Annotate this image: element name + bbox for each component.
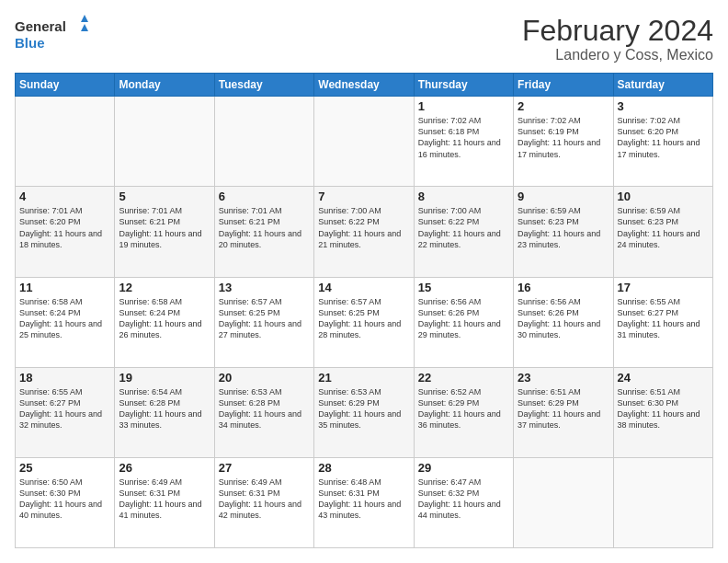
day-info: Sunrise: 6:51 AM Sunset: 6:30 PM Dayligh…: [618, 386, 709, 431]
day-number: 17: [618, 281, 709, 294]
header-wednesday: Wednesday: [314, 74, 414, 97]
calendar-cell: 23Sunrise: 6:51 AM Sunset: 6:29 PM Dayli…: [514, 367, 613, 457]
calendar-header: SundayMondayTuesdayWednesdayThursdayFrid…: [16, 74, 713, 97]
header-monday: Monday: [115, 74, 214, 97]
day-number: 4: [19, 190, 110, 203]
day-number: 7: [318, 190, 409, 203]
calendar-cell: 9Sunrise: 6:59 AM Sunset: 6:23 PM Daylig…: [514, 187, 613, 277]
day-info: Sunrise: 6:47 AM Sunset: 6:32 PM Dayligh…: [418, 477, 509, 522]
calendar-cell: 19Sunrise: 6:54 AM Sunset: 6:28 PM Dayli…: [115, 367, 214, 457]
calendar-cell: 8Sunrise: 7:00 AM Sunset: 6:22 PM Daylig…: [414, 187, 513, 277]
calendar-cell: [314, 97, 414, 187]
header-row: SundayMondayTuesdayWednesdayThursdayFrid…: [16, 74, 713, 97]
calendar-cell: 2Sunrise: 7:02 AM Sunset: 6:19 PM Daylig…: [514, 97, 613, 187]
day-number: 15: [418, 281, 509, 294]
svg-marker-3: [81, 24, 88, 31]
calendar-cell: 29Sunrise: 6:47 AM Sunset: 6:32 PM Dayli…: [414, 457, 513, 547]
calendar-cell: [514, 457, 613, 547]
day-number: 18: [19, 371, 110, 385]
month-year-title: February 2024: [522, 15, 713, 47]
calendar-cell: 14Sunrise: 6:57 AM Sunset: 6:25 PM Dayli…: [314, 277, 414, 367]
day-info: Sunrise: 6:50 AM Sunset: 6:30 PM Dayligh…: [19, 477, 110, 522]
day-number: 25: [19, 461, 110, 475]
day-number: 28: [318, 461, 409, 475]
day-info: Sunrise: 7:00 AM Sunset: 6:22 PM Dayligh…: [418, 205, 509, 250]
calendar-cell: [16, 97, 115, 187]
calendar-cell: 26Sunrise: 6:49 AM Sunset: 6:31 PM Dayli…: [115, 457, 214, 547]
day-number: 6: [219, 190, 310, 203]
day-number: 13: [219, 281, 310, 294]
day-number: 14: [318, 281, 409, 294]
day-info: Sunrise: 6:54 AM Sunset: 6:28 PM Dayligh…: [119, 386, 210, 431]
day-info: Sunrise: 6:52 AM Sunset: 6:29 PM Dayligh…: [418, 386, 509, 431]
calendar-cell: 4Sunrise: 7:01 AM Sunset: 6:20 PM Daylig…: [16, 187, 115, 277]
day-info: Sunrise: 6:59 AM Sunset: 6:23 PM Dayligh…: [518, 205, 609, 250]
calendar-cell: 12Sunrise: 6:58 AM Sunset: 6:24 PM Dayli…: [115, 277, 214, 367]
svg-text:General: General: [15, 18, 66, 34]
day-number: 23: [518, 371, 609, 385]
week-row-3: 11Sunrise: 6:58 AM Sunset: 6:24 PM Dayli…: [16, 277, 713, 367]
calendar-cell: 10Sunrise: 6:59 AM Sunset: 6:23 PM Dayli…: [613, 187, 712, 277]
day-number: 3: [618, 99, 709, 113]
day-number: 12: [119, 281, 210, 294]
calendar-cell: 17Sunrise: 6:55 AM Sunset: 6:27 PM Dayli…: [613, 277, 712, 367]
header: General Blue February 2024 Landero y Cos…: [15, 15, 713, 63]
day-number: 8: [418, 190, 509, 203]
calendar-cell: 1Sunrise: 7:02 AM Sunset: 6:18 PM Daylig…: [414, 97, 513, 187]
day-info: Sunrise: 7:02 AM Sunset: 6:19 PM Dayligh…: [518, 115, 609, 160]
calendar-cell: 18Sunrise: 6:55 AM Sunset: 6:27 PM Dayli…: [16, 367, 115, 457]
day-info: Sunrise: 6:58 AM Sunset: 6:24 PM Dayligh…: [19, 296, 110, 341]
day-number: 24: [618, 371, 709, 385]
day-info: Sunrise: 6:55 AM Sunset: 6:27 PM Dayligh…: [19, 386, 110, 431]
calendar-cell: 13Sunrise: 6:57 AM Sunset: 6:25 PM Dayli…: [214, 277, 313, 367]
calendar-cell: 25Sunrise: 6:50 AM Sunset: 6:30 PM Dayli…: [16, 457, 115, 547]
day-number: 19: [119, 371, 210, 385]
week-row-5: 25Sunrise: 6:50 AM Sunset: 6:30 PM Dayli…: [16, 457, 713, 547]
day-number: 5: [119, 190, 210, 203]
header-sunday: Sunday: [16, 74, 115, 97]
calendar-cell: [115, 97, 214, 187]
day-info: Sunrise: 6:56 AM Sunset: 6:26 PM Dayligh…: [418, 296, 509, 341]
day-info: Sunrise: 6:48 AM Sunset: 6:31 PM Dayligh…: [318, 477, 409, 522]
header-saturday: Saturday: [613, 74, 712, 97]
calendar-cell: 15Sunrise: 6:56 AM Sunset: 6:26 PM Dayli…: [414, 277, 513, 367]
day-info: Sunrise: 7:02 AM Sunset: 6:20 PM Dayligh…: [618, 115, 709, 160]
day-info: Sunrise: 6:51 AM Sunset: 6:29 PM Dayligh…: [518, 386, 609, 431]
day-number: 22: [418, 371, 509, 385]
calendar-cell: 6Sunrise: 7:01 AM Sunset: 6:21 PM Daylig…: [214, 187, 313, 277]
logo-svg: General Blue: [15, 15, 88, 53]
day-number: 9: [518, 190, 609, 203]
day-info: Sunrise: 7:01 AM Sunset: 6:20 PM Dayligh…: [19, 205, 110, 250]
calendar-cell: 28Sunrise: 6:48 AM Sunset: 6:31 PM Dayli…: [314, 457, 414, 547]
day-info: Sunrise: 6:57 AM Sunset: 6:25 PM Dayligh…: [219, 296, 310, 341]
calendar-cell: 21Sunrise: 6:53 AM Sunset: 6:29 PM Dayli…: [314, 367, 414, 457]
page: General Blue February 2024 Landero y Cos…: [0, 0, 728, 563]
day-number: 26: [119, 461, 210, 475]
day-info: Sunrise: 6:57 AM Sunset: 6:25 PM Dayligh…: [318, 296, 409, 341]
calendar-table: SundayMondayTuesdayWednesdayThursdayFrid…: [15, 73, 713, 548]
calendar-cell: 11Sunrise: 6:58 AM Sunset: 6:24 PM Dayli…: [16, 277, 115, 367]
day-info: Sunrise: 7:00 AM Sunset: 6:22 PM Dayligh…: [318, 205, 409, 250]
day-info: Sunrise: 7:02 AM Sunset: 6:18 PM Dayligh…: [418, 115, 509, 160]
calendar-cell: [214, 97, 313, 187]
calendar-cell: 5Sunrise: 7:01 AM Sunset: 6:21 PM Daylig…: [115, 187, 214, 277]
calendar-cell: 24Sunrise: 6:51 AM Sunset: 6:30 PM Dayli…: [613, 367, 712, 457]
week-row-4: 18Sunrise: 6:55 AM Sunset: 6:27 PM Dayli…: [16, 367, 713, 457]
header-tuesday: Tuesday: [214, 74, 313, 97]
logo: General Blue: [15, 15, 88, 53]
calendar-cell: 3Sunrise: 7:02 AM Sunset: 6:20 PM Daylig…: [613, 97, 712, 187]
header-friday: Friday: [514, 74, 613, 97]
day-number: 20: [219, 371, 310, 385]
day-info: Sunrise: 7:01 AM Sunset: 6:21 PM Dayligh…: [219, 205, 310, 250]
calendar-body: 1Sunrise: 7:02 AM Sunset: 6:18 PM Daylig…: [16, 97, 713, 548]
day-info: Sunrise: 6:59 AM Sunset: 6:23 PM Dayligh…: [618, 205, 709, 250]
day-info: Sunrise: 6:49 AM Sunset: 6:31 PM Dayligh…: [219, 477, 310, 522]
day-number: 27: [219, 461, 310, 475]
day-number: 11: [19, 281, 110, 294]
day-info: Sunrise: 6:56 AM Sunset: 6:26 PM Dayligh…: [518, 296, 609, 341]
day-info: Sunrise: 7:01 AM Sunset: 6:21 PM Dayligh…: [119, 205, 210, 250]
calendar-cell: 20Sunrise: 6:53 AM Sunset: 6:28 PM Dayli…: [214, 367, 313, 457]
day-number: 2: [518, 99, 609, 113]
svg-text:Blue: Blue: [15, 35, 45, 51]
day-number: 16: [518, 281, 609, 294]
